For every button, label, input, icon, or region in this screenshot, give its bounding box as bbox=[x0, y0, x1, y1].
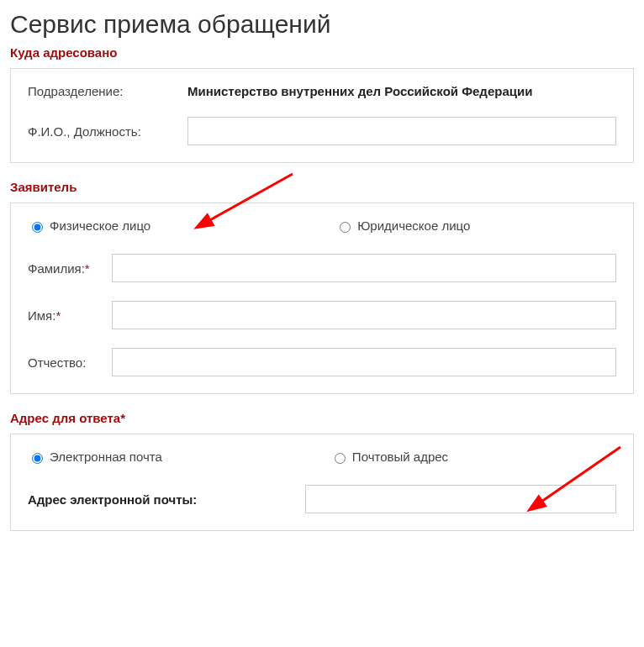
radio-legal[interactable]: Юридическое лицо bbox=[335, 218, 470, 233]
radio-email-label: Электронная почта bbox=[50, 450, 162, 464]
department-value: Министерство внутренних дел Российской Ф… bbox=[187, 84, 532, 98]
patronymic-input[interactable] bbox=[112, 348, 616, 376]
name-input[interactable] bbox=[112, 301, 616, 329]
radio-legal-input[interactable] bbox=[340, 222, 351, 233]
name-label: Имя:* bbox=[28, 308, 112, 323]
department-label: Подразделение: bbox=[28, 84, 187, 98]
radio-postal-label: Почтовый адрес bbox=[352, 450, 448, 464]
surname-input[interactable] bbox=[112, 254, 616, 282]
radio-individual[interactable]: Физическое лицо bbox=[28, 218, 150, 233]
radio-postal[interactable]: Почтовый адрес bbox=[330, 450, 448, 464]
radio-individual-label: Физическое лицо bbox=[50, 218, 150, 233]
surname-label: Фамилия:* bbox=[28, 261, 112, 276]
panel-reply: Электронная почта Почтовый адрес Адрес э… bbox=[10, 434, 634, 531]
fio-label: Ф.И.О., Должность: bbox=[28, 124, 187, 139]
radio-postal-input[interactable] bbox=[335, 453, 346, 464]
page-title: Сервис приема обращений bbox=[10, 10, 634, 39]
radio-email[interactable]: Электронная почта bbox=[28, 450, 162, 464]
section-applicant-title: Заявитель bbox=[10, 180, 634, 194]
patronymic-label: Отчество: bbox=[28, 355, 112, 370]
radio-individual-input[interactable] bbox=[32, 222, 43, 233]
radio-email-input[interactable] bbox=[32, 453, 43, 464]
section-addressed-title: Куда адресовано bbox=[10, 45, 634, 60]
section-reply-title: Адрес для ответа* bbox=[10, 411, 634, 425]
email-label: Адрес электронной почты: bbox=[28, 491, 305, 508]
panel-addressed: Подразделение: Министерство внутренних д… bbox=[10, 68, 634, 163]
radio-legal-label: Юридическое лицо bbox=[357, 218, 470, 233]
email-input[interactable] bbox=[305, 485, 616, 513]
fio-input[interactable] bbox=[187, 117, 616, 145]
panel-applicant: Физическое лицо Юридическое лицо Фамилия… bbox=[10, 203, 634, 394]
